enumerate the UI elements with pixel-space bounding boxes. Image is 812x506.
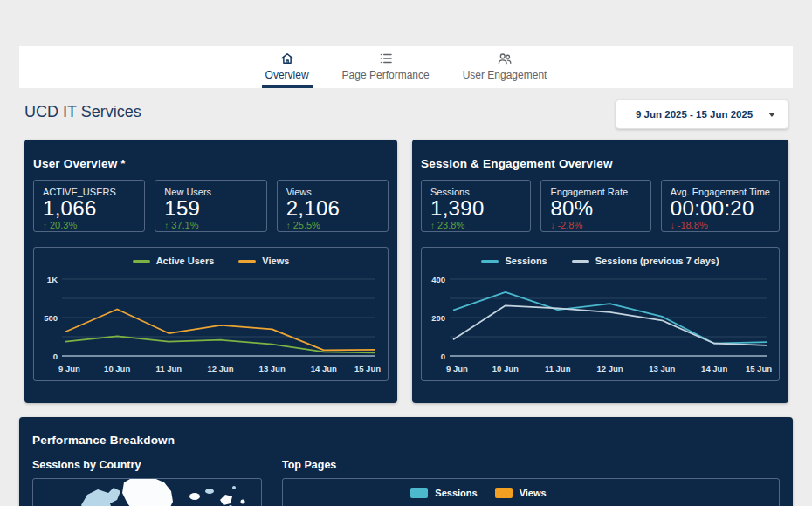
legend-item: Sessions — [481, 256, 547, 266]
top-pages-section: Top Pages Sessions Views — [282, 459, 780, 506]
x-axis-label: 10 Jun — [104, 364, 130, 373]
user-overview-card: User Overview * ACTIVE_USERS 1,066 20.3%… — [24, 140, 397, 403]
y-axis-tick: 0 — [53, 352, 58, 361]
x-axis-label: 14 Jun — [701, 364, 727, 373]
legend-item: Active Users — [133, 256, 215, 266]
metric-active-users: ACTIVE_USERS 1,066 20.3% — [33, 180, 145, 232]
delta-arrow-icon — [550, 221, 554, 230]
y-axis-tick: 200 — [431, 313, 445, 323]
delta-arrow-icon — [164, 221, 169, 230]
metric-value: 1,390 — [430, 197, 521, 220]
section-label: Top Pages — [282, 459, 780, 471]
sessions-by-country-section: Sessions by Country — [32, 459, 262, 506]
metric-delta: 20.3% — [43, 220, 135, 230]
metric-delta: -2.8% — [550, 220, 641, 230]
x-axis-label: 12 Jun — [207, 364, 233, 373]
metric-engagement-rate: Engagement Rate 80% -2.8% — [540, 180, 650, 232]
list-icon — [378, 51, 394, 66]
legend-item-views: Views — [495, 488, 547, 498]
delta-arrow-icon — [430, 221, 435, 230]
tab-strip: Overview Page Performance — [19, 46, 793, 88]
legend-label: Views — [520, 488, 547, 498]
y-axis-tick: 1K — [47, 275, 58, 284]
delta-value: 25.5% — [293, 220, 320, 230]
tab-overview[interactable]: Overview — [262, 46, 313, 88]
metric-value: 2,106 — [286, 197, 379, 220]
top-pages-chart: Sessions Views — [282, 478, 780, 506]
delta-value: 37.1% — [171, 220, 198, 230]
date-range-picker[interactable]: 9 Jun 2025 - 15 Jun 2025 — [616, 99, 788, 129]
x-axis-label: 13 Jun — [649, 364, 675, 373]
metric-avg-engagement-time: Avg. Engagement Time 00:00:20 -18.8% — [661, 180, 780, 232]
metric-delta: 25.5% — [286, 220, 379, 230]
legend-swatch — [572, 260, 589, 263]
x-axis-label: 11 Jun — [545, 364, 571, 373]
x-axis-label: 15 Jun — [354, 364, 381, 373]
legend-label: Active Users — [156, 256, 215, 266]
card-title: Performance Breakdown — [32, 434, 780, 447]
legend-swatch — [495, 488, 513, 498]
x-axis-label: 10 Jun — [492, 364, 519, 373]
x-axis-label: 9 Jun — [58, 364, 80, 373]
home-icon — [279, 51, 295, 66]
y-axis-tick: 400 — [431, 275, 445, 284]
tab-page-performance[interactable]: Page Performance — [339, 46, 433, 88]
tab-label: Page Performance — [342, 69, 430, 81]
top-pages-legend: Sessions Views — [283, 488, 779, 498]
legend-swatch — [410, 488, 428, 498]
metric-value: 1,066 — [43, 197, 135, 220]
metric-row: Sessions 1,390 23.8% Engagement Rate 80%… — [421, 180, 780, 232]
metric-delta: -18.8% — [671, 220, 770, 230]
line-chart-canvas: 05001K9 Jun10 Jun11 Jun12 Jun13 Jun14 Ju… — [34, 248, 388, 380]
delta-arrow-icon — [671, 221, 675, 230]
y-axis-tick: 500 — [44, 313, 58, 323]
date-range-value: 9 Jun 2025 - 15 Jun 2025 — [636, 109, 753, 120]
delta-value: 23.8% — [437, 220, 464, 230]
tab-user-engagement[interactable]: User Engagement — [459, 46, 551, 88]
metric-views: Views 2,106 25.5% — [277, 180, 389, 232]
legend-label: Sessions — [505, 256, 547, 266]
legend-swatch — [133, 260, 150, 263]
legend-item-sessions: Sessions — [410, 488, 477, 498]
sessions-line-chart: SessionsSessions (previous 7 days) 02004… — [421, 247, 780, 381]
sessions-by-country-map — [32, 478, 262, 506]
delta-arrow-icon — [286, 221, 291, 230]
metric-row: ACTIVE_USERS 1,066 20.3% New Users 159 3… — [33, 180, 389, 232]
x-axis-label: 11 Jun — [156, 364, 182, 373]
series-line-views — [65, 309, 375, 350]
delta-value: -18.8% — [678, 220, 708, 230]
metric-new-users: New Users 159 37.1% — [155, 180, 266, 232]
metric-sessions: Sessions 1,390 23.8% — [421, 180, 531, 232]
performance-columns: Sessions by Country Top Pages — [32, 459, 780, 506]
x-axis-label: 14 Jun — [311, 364, 337, 373]
legend-label: Sessions (previous 7 days) — [595, 256, 719, 266]
chevron-down-icon — [768, 113, 775, 117]
world-map — [33, 479, 262, 506]
card-title: User Overview * — [33, 157, 389, 170]
people-icon — [497, 51, 513, 66]
session-engagement-card: Session & Engagement Overview Sessions 1… — [412, 140, 788, 403]
y-axis-tick: 0 — [441, 352, 445, 361]
metric-value: 00:00:20 — [671, 197, 770, 220]
tab-label: Overview — [265, 69, 309, 81]
x-axis-label: 13 Jun — [259, 364, 286, 373]
performance-breakdown-card: Performance Breakdown Sessions by Countr… — [19, 417, 793, 506]
legend-swatch — [481, 260, 499, 263]
legend-item: Views — [238, 256, 289, 266]
legend-item: Sessions (previous 7 days) — [572, 256, 719, 266]
x-axis-label: 15 Jun — [746, 364, 772, 373]
delta-value: 20.3% — [50, 220, 77, 230]
card-title: Session & Engagement Overview — [421, 157, 780, 170]
x-axis-label: 12 Jun — [596, 364, 623, 373]
page-title: UCD IT Services — [24, 103, 141, 121]
legend-label: Sessions — [435, 488, 477, 498]
chart-legend: Active UsersViews — [34, 256, 388, 266]
line-chart-canvas: 02004009 Jun10 Jun11 Jun12 Jun13 Jun14 J… — [422, 248, 779, 380]
chart-legend: SessionsSessions (previous 7 days) — [422, 256, 779, 266]
delta-value: -2.8% — [557, 220, 582, 230]
x-axis-label: 9 Jun — [446, 364, 468, 373]
legend-swatch — [238, 260, 256, 263]
legend-label: Views — [262, 256, 289, 266]
section-label: Sessions by Country — [32, 459, 262, 471]
metric-value: 80% — [550, 197, 641, 220]
